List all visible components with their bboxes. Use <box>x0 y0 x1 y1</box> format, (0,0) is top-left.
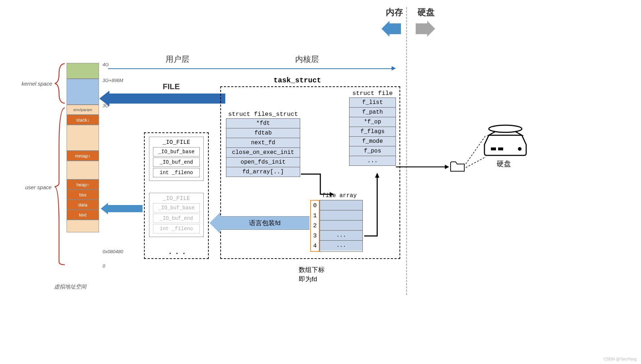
struct-file-to-folder-arrow <box>396 163 450 170</box>
io-file-box-2: _IO_FILE _IO_buf_base _IO_buf_end int _f… <box>149 193 204 237</box>
fa-note1: 数组下标 <box>299 265 325 274</box>
disk-heading: 硬盘 <box>417 6 435 18</box>
task-struct-label: task_struct <box>274 76 321 85</box>
disk-caption: 硬盘 <box>497 159 511 169</box>
svg-marker-0 <box>330 192 334 196</box>
mem-gap2 <box>67 161 99 179</box>
fa-cell: ... <box>320 241 362 251</box>
mem-bottom <box>67 220 99 232</box>
mem-text: text <box>67 210 99 220</box>
memory-heading: 内存 <box>386 6 403 18</box>
struct-file-row: f_pos <box>349 146 396 156</box>
struct-file-row: f_flags <box>349 127 396 137</box>
memory-disk-divider <box>406 7 407 295</box>
file-array: 0 1 2 3 4 ... ... <box>310 200 363 252</box>
mem-heap: heap↑ <box>67 179 99 190</box>
io-file-ellipsis: . . . <box>169 247 186 256</box>
files-struct-row: open_fds_init <box>226 158 300 167</box>
io-file-title-faded: _IO_FILE <box>153 195 200 202</box>
svg-point-6 <box>489 125 522 132</box>
fa-cell <box>320 210 362 220</box>
memory-arrow-icon <box>382 21 401 37</box>
mem-gap1 <box>67 125 99 151</box>
struct-file-row: f_list <box>349 98 396 108</box>
user-brace-icon <box>54 107 66 266</box>
files-struct-row: next_fd <box>226 138 300 148</box>
svg-marker-1 <box>375 173 379 178</box>
fd-array-to-file-array-arrow <box>299 173 335 205</box>
mem-env: env/param <box>67 105 99 115</box>
disk-arrow-icon <box>416 21 435 37</box>
io-file-row: _IO_buf_base <box>153 147 200 156</box>
io-file-row: _IO_buf_base <box>153 203 200 213</box>
fa-cell <box>320 220 362 231</box>
fa-note2: 即为fd <box>299 275 317 283</box>
vaddr-caption: 虚拟地址空间 <box>54 283 86 290</box>
fa-idx: 4 <box>311 241 319 251</box>
files-struct-row: *fdt <box>226 119 300 128</box>
svg-line-4 <box>466 135 486 164</box>
user-space-label: user space <box>25 184 51 190</box>
struct-file-row: f_mode <box>349 137 396 146</box>
struct-file-row: ... <box>349 156 396 165</box>
fa-idx: 3 <box>311 231 319 241</box>
mark-zero: 0 <box>103 263 105 269</box>
mem-stack: stack↓ <box>67 115 99 125</box>
mem-mmap: mmap↑ <box>67 151 99 161</box>
svg-line-5 <box>466 157 486 168</box>
svg-marker-3 <box>445 165 449 169</box>
lang-wrap-fd-arrow: 语言包装fd <box>209 212 310 234</box>
mark-3g896: 3G+896M <box>103 78 123 83</box>
file-arrow-label: FILE <box>163 82 180 91</box>
file-arrow <box>99 91 225 106</box>
files-struct-row: fdtab <box>226 128 300 138</box>
mem-kernel-blue <box>67 79 99 105</box>
to-heap-arrow <box>101 203 143 214</box>
svg-point-9 <box>518 147 522 151</box>
file-array-index-col: 0 1 2 3 4 <box>310 200 320 252</box>
folder-icon <box>450 160 466 173</box>
io-file-box-1: _IO_FILE _IO_buf_base _IO_buf_end int _f… <box>149 137 204 181</box>
io-file-row: _IO_buf_end <box>153 214 200 223</box>
struct-file-row: f_path <box>349 108 396 117</box>
mem-data: data <box>67 200 99 210</box>
svg-rect-8 <box>498 147 503 150</box>
mark-4g: 4G <box>103 62 109 67</box>
fa-cell: ... <box>320 231 362 241</box>
struct-file-title: struct file <box>349 90 396 97</box>
user-layer-label: 用户层 <box>166 54 189 65</box>
fa-idx: 2 <box>311 221 319 231</box>
mem-top-green <box>67 63 99 79</box>
struct-file-table: struct file f_list f_path *f_op f_flags … <box>349 90 396 166</box>
mark-addr: 0x080480 <box>103 249 123 254</box>
watermark: CSDN @TaroYang <box>604 357 637 361</box>
io-file-row: int _fileno <box>153 224 200 233</box>
kernel-layer-label: 内核层 <box>295 54 319 65</box>
fa-idx: 1 <box>311 211 319 221</box>
svg-rect-7 <box>491 147 496 150</box>
lang-wrap-label: 语言包装fd <box>249 219 280 227</box>
io-file-title: _IO_FILE <box>153 139 200 146</box>
layer-span-arrow <box>108 68 392 69</box>
io-file-row: _IO_buf_end <box>153 158 200 167</box>
kernel-space-label: kernel space <box>22 81 52 87</box>
file-array-cells: ... ... <box>320 200 363 252</box>
files-struct-table: struct files_struct *fdt fdtab next_fd c… <box>226 111 300 177</box>
files-struct-row: close_on_exec_init <box>226 148 300 158</box>
files-struct-row: fd_array[..] <box>226 167 300 177</box>
struct-file-row: *f_op <box>349 117 396 127</box>
io-file-row: int _fileno <box>153 168 200 177</box>
hard-disk-icon <box>484 124 527 157</box>
kernel-brace-icon <box>54 63 66 104</box>
files-struct-title: struct files_struct <box>226 111 300 118</box>
layer-span-arrowhead <box>392 66 396 70</box>
file-array-to-struct-file-arrow <box>364 172 385 237</box>
mem-bss: bss <box>67 190 99 200</box>
virtual-memory-bar: env/param stack↓ mmap↑ heap↑ bss data te… <box>67 63 99 232</box>
